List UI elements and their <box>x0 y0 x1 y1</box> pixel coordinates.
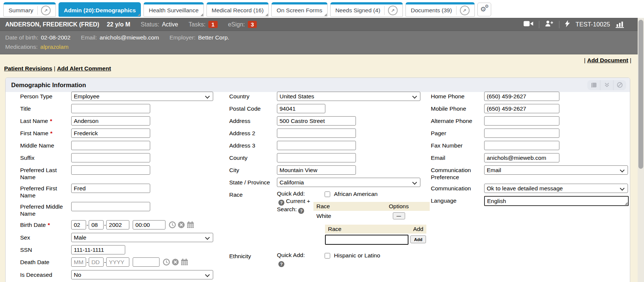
communication-select[interactable]: Ok to leave detailed message <box>484 184 628 193</box>
popout-icon[interactable] <box>41 6 51 15</box>
race-search-input[interactable] <box>325 235 408 245</box>
death-year-input[interactable] <box>106 257 129 267</box>
calendar-icon[interactable] <box>187 221 194 230</box>
status-value: Active <box>162 21 178 28</box>
communication-preference-label: Communication Preference <box>431 165 474 181</box>
medications-value[interactable]: alprazolam <box>40 42 69 51</box>
address2-input[interactable] <box>277 129 356 138</box>
remove-race-button[interactable]: — <box>393 212 405 219</box>
language-input[interactable]: English <box>484 196 629 206</box>
tab-medical-record[interactable]: Medical Record (16) <box>206 2 269 17</box>
fax-number-input[interactable] <box>484 141 559 150</box>
clock-icon[interactable] <box>169 221 176 230</box>
suffix-input[interactable] <box>71 153 150 162</box>
esign-count-badge[interactable]: 3 <box>248 21 257 28</box>
postal-code-input[interactable] <box>277 104 325 113</box>
add-document-link[interactable]: Add Document <box>587 57 628 63</box>
death-date-label: Death Date <box>20 257 71 266</box>
state-select[interactable]: California <box>277 178 420 187</box>
pipe: | <box>630 57 631 63</box>
preferred-first-name-label: Preferred First Name <box>20 184 71 199</box>
tab-documents[interactable]: Documents (39) <box>405 2 474 17</box>
required-asterisk: * <box>50 130 53 136</box>
form-column-middle: Country United States Postal Code Addres… <box>229 92 432 270</box>
popout-icon[interactable] <box>388 6 398 15</box>
video-camera-icon[interactable] <box>524 20 533 28</box>
preferred-last-name-input[interactable] <box>71 165 150 175</box>
sex-select[interactable]: Male <box>71 233 213 242</box>
alternate-phone-input[interactable] <box>484 116 559 126</box>
pager-input[interactable] <box>484 129 559 138</box>
address-input[interactable] <box>277 116 356 126</box>
add-person-icon[interactable] <box>545 20 553 28</box>
race-add-button[interactable]: Add <box>410 235 426 243</box>
help-icon[interactable] <box>278 261 284 267</box>
country-select[interactable]: United States <box>277 92 420 101</box>
hide-ban-icon[interactable] <box>613 80 626 90</box>
help-icon[interactable] <box>278 200 284 206</box>
mobile-phone-input[interactable] <box>484 104 559 113</box>
death-day-input[interactable] <box>89 257 104 267</box>
lightning-icon[interactable] <box>565 20 570 29</box>
middle-name-row: Middle Name <box>20 141 223 150</box>
address3-input[interactable] <box>277 141 356 150</box>
tasks-count-badge[interactable]: 1 <box>208 21 217 28</box>
death-month-input[interactable] <box>71 257 86 267</box>
tab-on-screen-forms-label: On Screen Forms <box>277 7 322 14</box>
preferred-first-name-input[interactable] <box>71 184 150 193</box>
flowsheet-chart-icon[interactable] <box>616 21 624 28</box>
tasks-label: Tasks: <box>189 21 205 28</box>
tab-needs-signed[interactable]: Needs Signed (4) <box>330 2 403 17</box>
email-input[interactable] <box>484 153 559 162</box>
birth-time-input[interactable] <box>133 220 165 229</box>
ssn-input[interactable] <box>71 245 125 254</box>
popout-icon[interactable] <box>460 6 470 15</box>
death-time-input[interactable] <box>133 257 160 267</box>
home-phone-row: Home Phone <box>431 92 643 101</box>
ssn-row: SSN <box>20 245 223 254</box>
vertical-scrollbar[interactable] <box>638 18 644 282</box>
revision-book-icon[interactable] <box>587 80 600 90</box>
clock-icon[interactable] <box>163 259 170 267</box>
race-add-table-header: Race Add <box>325 225 426 234</box>
title-input[interactable] <box>71 104 150 113</box>
add-alert-comment-link[interactable]: Add Alert Comment <box>57 65 111 72</box>
clear-x-circle-icon[interactable] <box>172 259 179 267</box>
tab-summary[interactable]: Summary <box>3 2 56 17</box>
is-deceased-select[interactable]: No <box>71 270 213 279</box>
first-name-input[interactable] <box>71 129 150 138</box>
scrollbar-thumb[interactable] <box>638 20 643 169</box>
patient-name: ANDERSON, FREDERICK (FRED) <box>5 21 99 28</box>
birth-day-input[interactable] <box>89 220 104 229</box>
african-american-checkbox[interactable] <box>325 191 330 197</box>
tab-on-screen-forms[interactable]: On Screen Forms <box>271 2 327 17</box>
middle-name-label: Middle Name <box>20 141 71 149</box>
county-input[interactable] <box>277 153 356 162</box>
middle-name-input[interactable] <box>71 141 150 150</box>
city-input[interactable] <box>277 165 356 175</box>
preferred-first-name-row: Preferred First Name <box>20 184 223 199</box>
home-phone-input[interactable] <box>484 92 559 101</box>
communication-preference-value: Email <box>487 167 501 174</box>
required-asterisk: * <box>48 222 50 228</box>
patient-revisions-link[interactable]: Patient Revisions <box>4 65 52 72</box>
communication-preference-select[interactable]: Email <box>484 165 628 175</box>
tab-settings-gears-icon[interactable] <box>477 3 491 16</box>
tab-health-surveillance[interactable]: Health Surveillance <box>143 2 204 17</box>
calendar-icon[interactable] <box>181 259 188 267</box>
birth-year-input[interactable] <box>106 220 129 229</box>
sex-label: Sex <box>20 233 71 241</box>
clear-x-circle-icon[interactable] <box>178 221 185 230</box>
last-name-input[interactable] <box>71 116 150 126</box>
tab-admin-demographics[interactable]: Admin (20):Demographics <box>59 2 141 17</box>
help-icon[interactable] <box>298 208 304 214</box>
person-type-select[interactable]: Employee <box>71 92 213 101</box>
collapse-double-chevron-icon[interactable] <box>600 80 613 90</box>
ethnicity-label: Ethnicity <box>229 251 270 260</box>
preferred-middle-name-input[interactable] <box>71 202 150 211</box>
medications-label: Medications: <box>5 42 38 51</box>
birth-month-input[interactable] <box>71 220 86 229</box>
hispanic-or-latino-checkbox[interactable] <box>325 253 330 259</box>
ethnicity-quick-add-block: Quick Add: <box>277 251 311 267</box>
date-separator <box>86 222 89 230</box>
